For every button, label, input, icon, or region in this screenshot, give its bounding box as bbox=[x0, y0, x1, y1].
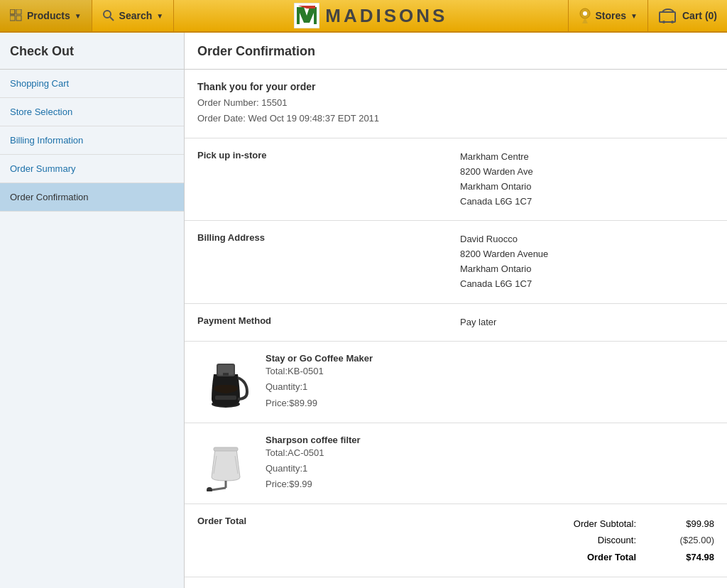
order-number-line: Order Number: 15501 bbox=[197, 95, 714, 111]
discount-label: Discount: bbox=[598, 532, 636, 548]
stores-chevron-icon: ▼ bbox=[630, 12, 638, 20]
product-name-0: Stay or Go Coffee Maker bbox=[266, 353, 714, 364]
order-total-section: Order Total Order Subtotal: $99.98 Disco… bbox=[185, 504, 727, 577]
payment-label: Payment Method bbox=[197, 315, 460, 326]
svg-point-28 bbox=[207, 487, 212, 491]
svg-rect-24 bbox=[223, 373, 229, 376]
stores-button[interactable]: Stores ▼ bbox=[568, 0, 647, 31]
svg-rect-29 bbox=[214, 447, 238, 451]
order-date-value: Wed Oct 19 09:48:37 EDT 2011 bbox=[248, 113, 380, 124]
products-button[interactable]: Products ▼ bbox=[0, 0, 92, 31]
svg-rect-8 bbox=[11, 16, 14, 20]
pickup-address-line1: 8200 Warden Ave bbox=[460, 165, 714, 180]
order-number-value: 15501 bbox=[261, 97, 287, 108]
logo-m-icon bbox=[294, 3, 319, 28]
sidebar-item-shopping-cart[interactable]: Shopping Cart bbox=[0, 70, 184, 98]
billing-address-line1: 8200 Warden Avenue bbox=[460, 247, 714, 262]
svg-marker-17 bbox=[582, 18, 588, 23]
sidebar-item-store-selection[interactable]: Store Selection bbox=[0, 98, 184, 126]
order-total-values: Order Subtotal: $99.98 Discount: ($25.00… bbox=[460, 516, 714, 565]
stores-label: Stores bbox=[596, 10, 627, 21]
sidebar-item-order-confirmation[interactable]: Order Confirmation bbox=[0, 183, 184, 212]
product-quantity-1: Quantity:1 bbox=[266, 461, 714, 477]
total-row: Order Total $74.98 bbox=[460, 549, 714, 565]
pickup-section: Pick up in-store Markham Centre 8200 War… bbox=[185, 138, 727, 221]
svg-rect-18 bbox=[660, 12, 675, 22]
pickup-address: Markham Centre 8200 Warden Ave Markham O… bbox=[460, 150, 714, 209]
svg-point-19 bbox=[662, 21, 665, 23]
search-button[interactable]: Search ▼ bbox=[92, 0, 175, 31]
search-chevron-icon: ▼ bbox=[156, 12, 163, 20]
products-chevron-icon: ▼ bbox=[75, 12, 82, 20]
product-info-0: Stay or Go Coffee Maker Total:KB-0501 Qu… bbox=[266, 353, 714, 410]
order-number-label: Order Number: bbox=[197, 97, 259, 108]
products-grid-icon bbox=[10, 9, 23, 22]
product-quantity-0: Quantity:1 bbox=[266, 379, 714, 395]
header: Products ▼ Search ▼ MADISONS Stores ▼ bbox=[0, 0, 727, 33]
product-row-1: Sharpson coffee filter Total:AC-0501 Qua… bbox=[185, 423, 727, 504]
pickup-label: Pick up in-store bbox=[197, 150, 460, 160]
subtotal-label: Order Subtotal: bbox=[574, 516, 636, 532]
thank-you-section: Thank you for your order Order Number: 1… bbox=[185, 70, 727, 138]
product-total-1: Total:AC-0501 bbox=[266, 445, 714, 461]
svg-rect-6 bbox=[11, 10, 14, 13]
thank-you-heading: Thank you for your order bbox=[197, 81, 714, 92]
coffee-maker-image bbox=[201, 353, 251, 410]
total-label: Order Total bbox=[587, 549, 636, 565]
cart-label: Cart (0) bbox=[682, 10, 717, 21]
order-date-label: Order Date: bbox=[197, 113, 246, 124]
billing-label: Billing Address bbox=[197, 232, 460, 243]
subtotal-row: Order Subtotal: $99.98 bbox=[460, 516, 714, 532]
product-price-1: Price:$9.99 bbox=[266, 477, 714, 492]
svg-point-16 bbox=[583, 11, 587, 16]
subtotal-value: $99.98 bbox=[665, 516, 714, 532]
svg-line-27 bbox=[212, 488, 226, 490]
logo-area: MADISONS bbox=[174, 3, 567, 28]
actions-section: Continue Shopping bbox=[185, 577, 727, 588]
billing-address: David Ruocco 8200 Warden Avenue Markham … bbox=[460, 232, 714, 291]
pickup-address-line3: Canada L6G 1C7 bbox=[460, 195, 714, 209]
svg-line-11 bbox=[110, 17, 114, 21]
content-area: Order Confirmation Thank you for your or… bbox=[185, 33, 727, 588]
payment-section: Payment Method Pay later bbox=[185, 304, 727, 342]
cart-button[interactable]: Cart (0) bbox=[647, 0, 727, 31]
order-total-label: Order Total bbox=[197, 516, 460, 565]
sidebar-item-billing-information[interactable]: Billing Information bbox=[0, 126, 184, 155]
product-info-1: Sharpson coffee filter Total:AC-0501 Qua… bbox=[266, 435, 714, 492]
sidebar: Check Out Shopping Cart Store Selection … bbox=[0, 33, 185, 588]
product-row-0: Stay or Go Coffee Maker Total:KB-0501 Qu… bbox=[185, 342, 727, 423]
product-total-0: Total:KB-0501 bbox=[266, 364, 714, 379]
billing-name: David Ruocco bbox=[460, 232, 714, 247]
search-label: Search bbox=[119, 10, 153, 21]
order-date-line: Order Date: Wed Oct 19 09:48:37 EDT 2011 bbox=[197, 111, 714, 126]
sidebar-item-order-summary[interactable]: Order Summary bbox=[0, 155, 184, 183]
product-price-0: Price:$89.99 bbox=[266, 396, 714, 411]
billing-address-line2: Markham Ontario bbox=[460, 262, 714, 277]
svg-rect-25 bbox=[215, 396, 236, 400]
product-name-1: Sharpson coffee filter bbox=[266, 435, 714, 445]
products-label: Products bbox=[27, 10, 70, 21]
discount-row: Discount: ($25.00) bbox=[460, 532, 714, 548]
brand-name: MADISONS bbox=[325, 5, 447, 27]
billing-address-line3: Canada L6G 1C7 bbox=[460, 277, 714, 292]
billing-section: Billing Address David Ruocco 8200 Warden… bbox=[185, 221, 727, 303]
payment-method: Pay later bbox=[460, 315, 714, 330]
svg-rect-9 bbox=[17, 16, 21, 20]
pickup-store-name: Markham Centre bbox=[460, 150, 714, 165]
header-right: Stores ▼ Cart (0) bbox=[568, 0, 728, 31]
product-image-1 bbox=[197, 435, 254, 491]
svg-point-20 bbox=[671, 21, 674, 23]
svg-rect-7 bbox=[17, 10, 21, 13]
main-layout: Check Out Shopping Cart Store Selection … bbox=[0, 33, 727, 588]
svg-point-10 bbox=[104, 11, 111, 18]
content-title: Order Confirmation bbox=[185, 33, 727, 70]
pickup-address-line2: Markham Ontario bbox=[460, 180, 714, 195]
coffee-filter-image bbox=[201, 435, 251, 491]
total-value: $74.98 bbox=[665, 549, 714, 565]
search-icon bbox=[102, 9, 115, 22]
sidebar-title: Check Out bbox=[0, 33, 184, 70]
location-pin-icon bbox=[579, 8, 591, 23]
discount-value: ($25.00) bbox=[665, 532, 714, 548]
cart-icon bbox=[658, 8, 678, 23]
product-image-0 bbox=[197, 353, 254, 410]
